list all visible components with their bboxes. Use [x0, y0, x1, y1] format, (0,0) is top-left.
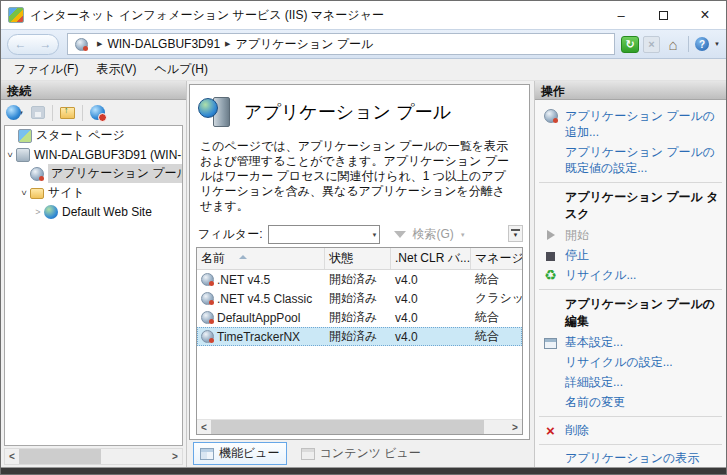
search-go-button[interactable]: 検索(G) [412, 226, 453, 243]
connect-server-button[interactable]: ▼ [6, 105, 24, 120]
tree-item-server[interactable]: > WIN-DALGBUF3D91 (WIN-D [5, 145, 182, 164]
tab-features-view[interactable]: 機能ビュー [193, 442, 287, 465]
action-label: 基本設定... [565, 334, 623, 350]
list-empty-area [197, 346, 522, 419]
tree-item-application-pools[interactable]: アプリケーション プール [5, 164, 182, 183]
action-recycling-settings[interactable]: リサイクルの設定... [535, 352, 726, 372]
action-label: リサイクルの設定... [565, 354, 673, 370]
table-row[interactable]: DefaultAppPool 開始済み v4.0 統合 [197, 308, 522, 327]
cell-clr: v4.0 [391, 308, 471, 327]
minimize-button[interactable]: – [600, 1, 642, 29]
scrollbar-thumb[interactable] [211, 420, 484, 434]
close-button[interactable]: × [684, 1, 726, 29]
stop-button[interactable]: × [643, 36, 660, 53]
table-row-selected[interactable]: TimeTrackerNX 開始済み v4.0 統合 [197, 327, 522, 346]
action-set-app-pool-defaults[interactable]: アプリケーション プールの既定値の設定... [535, 142, 726, 178]
go-up-button[interactable] [60, 107, 75, 119]
action-add-app-pool[interactable]: アプリケーション プールの追加... [535, 106, 726, 142]
app-pools-feature-icon [198, 95, 232, 129]
maximize-icon [659, 11, 668, 20]
tab-label: 機能ビュー [219, 445, 280, 462]
save-connections-button[interactable] [31, 106, 45, 119]
list-horizontal-scrollbar[interactable]: < > [197, 419, 522, 434]
separator [539, 444, 722, 445]
cell-clr: v4.0 [391, 289, 471, 308]
menu-help[interactable]: ヘルプ(H) [145, 58, 217, 81]
separator [539, 182, 722, 183]
scrollbar-thumb[interactable] [19, 449, 101, 464]
toolbar-divider [688, 36, 689, 52]
home-button[interactable]: ⌂ [664, 36, 682, 53]
server-icon [16, 148, 30, 162]
breadcrumb-arrow-icon: ▶ [97, 40, 102, 48]
cell-name: .NET v4.5 Classic [217, 292, 312, 306]
forward-button[interactable]: → [40, 38, 52, 50]
tree-item-default-web-site[interactable]: > Default Web Site [5, 202, 182, 221]
tree-item-sites[interactable]: > サイト [5, 183, 182, 202]
column-header-status[interactable]: 状態 [325, 248, 391, 269]
funnel-icon [394, 231, 406, 238]
chevron-collapsed-icon[interactable]: > [33, 207, 43, 217]
scroll-right-icon[interactable]: > [508, 422, 522, 433]
disconnect-button[interactable] [90, 105, 105, 120]
action-advanced-settings[interactable]: 詳細設定... [535, 372, 726, 392]
table-row[interactable]: .NET v4.5 Classic 開始済み v4.0 クラシック [197, 289, 522, 308]
tab-content-view[interactable]: コンテンツ ビュー [295, 443, 427, 464]
column-header-pipeline-mode[interactable]: マネージ パ... [471, 248, 522, 269]
scrollbar-track[interactable] [19, 449, 168, 464]
website-globe-icon [44, 205, 58, 219]
action-stop[interactable]: 停止 [535, 245, 726, 265]
actions-list: アプリケーション プールの追加... アプリケーション プールの既定値の設定..… [535, 100, 726, 467]
chevron-expanded-icon[interactable]: > [19, 188, 29, 198]
cell-status: 開始済み [325, 327, 391, 346]
action-delete[interactable]: × 削除 [535, 420, 726, 440]
action-label: 停止 [565, 247, 589, 263]
scrollbar-track[interactable] [211, 420, 508, 434]
toolbar-divider [82, 105, 83, 121]
menu-view[interactable]: 表示(V) [87, 58, 145, 81]
page-title: アプリケーション プール [244, 100, 451, 124]
action-label: 開始 [565, 227, 589, 243]
column-header-clr-version[interactable]: .Net CLR バ... [391, 248, 471, 269]
sort-ascending-icon [239, 255, 247, 259]
app-pool-icon [201, 330, 214, 343]
address-bar[interactable]: ▶ WIN-DALGBUF3D91 ▶ アプリケーション プール [67, 33, 615, 55]
filter-input[interactable]: ▼ [268, 225, 380, 244]
cell-name: .NET v4.5 [217, 273, 270, 287]
action-basic-settings[interactable]: 基本設定... [535, 332, 726, 352]
table-row[interactable]: .NET v4.5 開始済み v4.0 統合 [197, 270, 522, 289]
icon-spacer [542, 374, 559, 390]
scroll-left-icon[interactable]: < [5, 451, 19, 462]
chevron-expanded-icon[interactable]: > [5, 150, 15, 160]
action-rename[interactable]: 名前の変更 [535, 392, 726, 412]
search-dropdown-icon[interactable]: ▼ [460, 232, 466, 238]
column-header-name[interactable]: 名前 [197, 248, 325, 269]
column-options-icon [511, 229, 520, 231]
scroll-left-icon[interactable]: < [197, 422, 211, 433]
breadcrumb-server[interactable]: WIN-DALGBUF3D91 [107, 37, 220, 51]
tree-label: アプリケーション プール [48, 164, 183, 183]
menu-file[interactable]: ファイル(F) [5, 58, 87, 81]
icon-spacer [542, 394, 559, 410]
tree-item-start-page[interactable]: スタート ページ [5, 126, 182, 145]
chevron-down-icon[interactable]: ▼ [372, 232, 378, 238]
maximize-button[interactable] [642, 1, 684, 29]
scroll-right-icon[interactable]: > [168, 451, 182, 462]
delete-x-icon: × [542, 422, 559, 438]
iis-logo-icon [8, 7, 24, 23]
connections-horizontal-scrollbar[interactable]: < > [4, 448, 183, 465]
cell-mode: 統合 [471, 308, 522, 327]
back-button[interactable]: ← [15, 38, 27, 50]
refresh-button[interactable]: ↻ [621, 36, 639, 53]
help-button[interactable]: ? [695, 37, 709, 51]
start-page-icon [18, 129, 32, 143]
column-options-button[interactable]: ▼ [508, 225, 523, 242]
action-view-applications[interactable]: アプリケーションの表示 [535, 448, 726, 467]
action-recycle[interactable]: ♻ リサイクル... [535, 265, 726, 285]
tab-label: コンテンツ ビュー [320, 445, 421, 462]
help-dropdown-icon[interactable]: ▼ [714, 41, 720, 47]
cell-mode: クラシック [471, 289, 522, 308]
breadcrumb-app-pools[interactable]: アプリケーション プール [235, 36, 373, 53]
action-start[interactable]: 開始 [535, 225, 726, 245]
window-controls: – × [600, 1, 726, 29]
